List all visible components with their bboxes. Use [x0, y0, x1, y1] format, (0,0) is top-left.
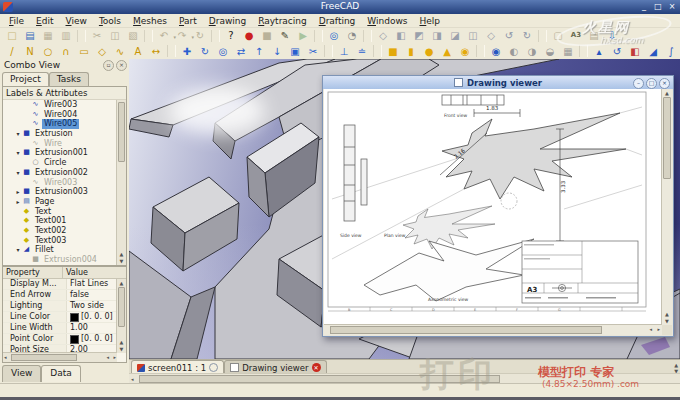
- minimize-button[interactable]: –: [633, 78, 644, 89]
- property-row[interactable]: LightingTwo side: [3, 301, 117, 312]
- tree-item-text002[interactable]: ◆Text002: [3, 226, 117, 236]
- part-extrude-button[interactable]: ▴: [591, 45, 607, 58]
- drawing-vscrollbar[interactable]: ▲ ▲ ▼: [661, 89, 672, 325]
- tree-item-text001[interactable]: ◆Text001: [3, 216, 117, 226]
- scroll-down-icon[interactable]: ▼: [662, 318, 672, 324]
- menu-help[interactable]: Help: [414, 16, 447, 26]
- scroll-left-icon[interactable]: ◂: [131, 375, 134, 383]
- tab-data[interactable]: Data: [41, 365, 81, 382]
- part-revolve-button[interactable]: ↺: [609, 45, 625, 58]
- draft-bspline-button[interactable]: ∿: [112, 45, 128, 58]
- menu-view[interactable]: View: [60, 16, 93, 26]
- draft-downgrade-button[interactable]: ↓: [269, 45, 285, 58]
- draft-toggle-mode-button[interactable]: ≐: [354, 45, 370, 58]
- tree-item-extrusion004[interactable]: ■Extrusion004: [3, 255, 117, 265]
- draft-text-button[interactable]: A: [130, 45, 146, 58]
- expander-icon[interactable]: ▾: [14, 148, 22, 158]
- tree-item-extrusion003[interactable]: ▸■Extrusion003: [3, 187, 117, 197]
- menu-raytracing[interactable]: Raytracing: [252, 16, 313, 26]
- tree-item-wire003[interactable]: ∿Wire003: [3, 178, 117, 188]
- scroll-up-icon[interactable]: ▲: [662, 311, 672, 317]
- maximize-button[interactable]: □: [652, 1, 664, 12]
- part-cut-button[interactable]: ◑: [524, 45, 540, 58]
- tree-item-wire004[interactable]: ∿Wire004: [3, 110, 117, 120]
- tree-item-page[interactable]: ▸▤Page: [3, 197, 117, 207]
- drawing-open-svg-button[interactable]: ▤: [586, 29, 602, 42]
- part-union-button[interactable]: ◉: [488, 45, 504, 58]
- draft-snap-button[interactable]: ◎: [215, 45, 231, 58]
- close-button[interactable]: ×: [659, 78, 670, 89]
- drawing-export-page-button[interactable]: ⇩: [604, 29, 620, 42]
- scroll-left-icon[interactable]: ◂: [106, 353, 109, 361]
- tree-item-extrusion001[interactable]: ▾■Extrusion001: [3, 148, 117, 158]
- part-sphere-button[interactable]: ●: [421, 45, 437, 58]
- undo-button[interactable]: ↶▾: [156, 29, 172, 42]
- scroll-up-icon[interactable]: ▲: [117, 339, 126, 345]
- macro-record-button[interactable]: ●: [241, 29, 257, 42]
- paste-button[interactable]: ▧: [125, 29, 141, 42]
- tree-scrollbar[interactable]: ▲ ▼: [116, 100, 126, 265]
- drawing-hscrollbar[interactable]: ◂ ▸: [324, 324, 662, 335]
- part-common-button[interactable]: ◐: [506, 45, 522, 58]
- view-bottom-button[interactable]: ◫: [465, 29, 481, 42]
- part-sweep-button[interactable]: ∫: [663, 45, 679, 58]
- close-tab-icon[interactable]: ✕: [312, 363, 321, 372]
- scroll-down-icon[interactable]: ▼: [117, 346, 126, 352]
- tree-item-text[interactable]: ◆Text: [3, 207, 117, 217]
- view-left-button[interactable]: ◇: [483, 29, 499, 42]
- scroll-right-icon[interactable]: ▸: [113, 353, 116, 361]
- menu-drawing[interactable]: Drawing: [203, 16, 252, 26]
- panel-close-button[interactable]: ×: [116, 60, 127, 71]
- maximize-button[interactable]: □: [646, 78, 657, 89]
- expander-icon[interactable]: ▾: [14, 129, 22, 139]
- draft-trimex-button[interactable]: ✂: [305, 45, 321, 58]
- scroll-left-icon[interactable]: ◂: [4, 353, 7, 361]
- part-torus-button[interactable]: ◉: [457, 45, 473, 58]
- tab-view[interactable]: View: [2, 365, 41, 382]
- draft-line-button[interactable]: /: [4, 45, 20, 58]
- tree-item-circle[interactable]: ○Circle: [3, 158, 117, 168]
- part-fillet-button[interactable]: ◢: [645, 45, 661, 58]
- tab-3d-view[interactable]: screen011 : 1: [131, 360, 224, 374]
- draft-offset-button[interactable]: ⇄: [233, 45, 249, 58]
- tree-item-fillet[interactable]: ▾◢Fillet: [3, 245, 117, 255]
- part-section-button[interactable]: ◒: [542, 45, 558, 58]
- property-row[interactable]: Line Color[0. 0. 0]: [3, 312, 117, 323]
- draft-rotate-button[interactable]: ↻: [197, 45, 213, 58]
- view-rotate-right-button[interactable]: ↻: [519, 29, 535, 42]
- draft-rectangle-button[interactable]: ▭: [76, 45, 92, 58]
- tree-item-wire[interactable]: ∿Wire: [3, 139, 117, 149]
- close-button[interactable]: ×: [666, 1, 678, 12]
- view-axonometric-button[interactable]: ◇: [375, 29, 391, 42]
- property-row[interactable]: Point Color[0. 0. 0]: [3, 334, 117, 345]
- menu-tools[interactable]: Tools: [93, 16, 127, 26]
- expander-icon[interactable]: ▸: [14, 197, 22, 207]
- tree-item-text003[interactable]: ◆Text003: [3, 236, 117, 246]
- draft-arc-button[interactable]: ∩: [58, 45, 74, 58]
- property-row[interactable]: Display M...Flat Lines: [3, 279, 117, 290]
- open-file-button[interactable]: ▤: [22, 29, 38, 42]
- tree-item-wire003[interactable]: ∿Wire003: [3, 100, 117, 110]
- draft-polygon-button[interactable]: ◇: [94, 45, 110, 58]
- draw-style-button[interactable]: ◔: [344, 29, 360, 42]
- redo-button[interactable]: ↷▾: [174, 29, 190, 42]
- tab-tasks[interactable]: Tasks: [49, 72, 89, 86]
- drawing-new-page-button[interactable]: ▢: [550, 29, 566, 42]
- print-button[interactable]: ▥: [58, 29, 74, 42]
- whats-this-button[interactable]: ?: [223, 29, 239, 42]
- property-scrollbar[interactable]: ▲ ▲ ▼: [116, 279, 126, 353]
- new-file-button[interactable]: □: [4, 29, 20, 42]
- refresh-button[interactable]: ↻: [192, 29, 208, 42]
- 3d-viewport[interactable]: Drawing viewer – □ × Front view: [129, 59, 680, 359]
- scroll-up-icon[interactable]: ▲: [117, 280, 126, 286]
- draft-upgrade-button[interactable]: ↑: [251, 45, 267, 58]
- drawing-viewer-window[interactable]: Drawing viewer – □ × Front view: [322, 75, 674, 337]
- drawing-a3-page-button[interactable]: A3: [568, 29, 584, 42]
- tab-project[interactable]: Project: [2, 72, 49, 86]
- draft-apply-plane-button[interactable]: ⊥: [336, 45, 352, 58]
- part-mirror-button[interactable]: ◧: [627, 45, 643, 58]
- tab-drawing-viewer[interactable]: Drawing viewer ✕: [224, 360, 326, 374]
- macro-play-button[interactable]: ▶: [295, 29, 311, 42]
- tree-item-wire005[interactable]: ∿Wire005: [3, 119, 117, 129]
- view-top-button[interactable]: ◩: [411, 29, 427, 42]
